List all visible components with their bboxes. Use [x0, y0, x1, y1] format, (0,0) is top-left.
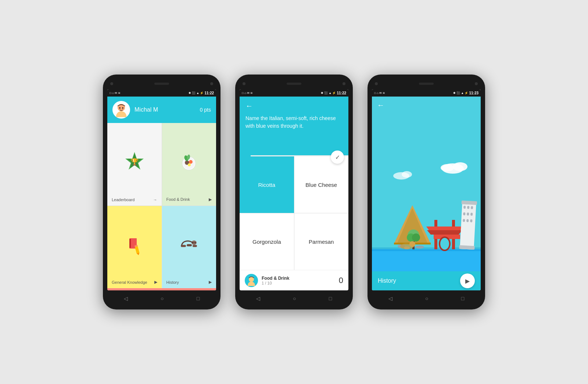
svg-rect-35: [372, 249, 481, 271]
status-icons-left-2: □ ⌂ ✉ ≋: [242, 91, 253, 95]
home-nav[interactable]: ○: [161, 296, 164, 301]
speaker-3: [419, 83, 434, 85]
general-knowledge-label-row: General Knowledge ▶: [112, 280, 157, 285]
play-button[interactable]: ▶: [460, 273, 475, 288]
front-camera-3: [243, 82, 245, 85]
status-bar-2: □ ⌂ ✉ ≋ ✱ ⬛ ▲ ⚡ 11:22: [240, 89, 348, 97]
history-scene: ←: [372, 97, 481, 271]
svg-rect-22: [187, 244, 192, 246]
front-camera-6: [475, 82, 478, 85]
leaderboard-label: Leaderboard: [112, 198, 135, 202]
leaderboard-label-row: Leaderboard →: [112, 198, 157, 202]
food-drink-label: Food & Drink: [166, 197, 190, 202]
back-nav[interactable]: ◁: [124, 296, 128, 301]
front-camera-2: [210, 82, 213, 85]
answer-gorgonzola[interactable]: Gorgonzola: [240, 213, 294, 270]
footer-info: Food & Drink 1 / 10: [262, 276, 335, 285]
back-nav-2[interactable]: ◁: [256, 296, 260, 301]
svg-point-67: [409, 241, 415, 247]
front-camera-4: [343, 82, 345, 85]
speaker: [154, 83, 169, 85]
svg-rect-23: [193, 245, 197, 247]
svg-point-34: [402, 171, 412, 178]
phone-1-screen: □ ⌂ ✉ ≋ ✱ ⬛ ▲ ⚡ 11:22 Michal M: [107, 89, 216, 290]
status-bar-1: □ ⌂ ✉ ≋ ✱ ⬛ ▲ ⚡ 11:22: [107, 89, 216, 97]
svg-rect-58: [470, 219, 472, 222]
svg-point-4: [122, 107, 123, 109]
answer-grid: ✓ Ricotta Blue Cheese Gorgonzola Parmesa…: [240, 156, 348, 270]
status-icons-right-3: ✱ ⬛ ▲ ⚡ 11:23: [453, 91, 478, 95]
phone-1-top-bar: [107, 79, 216, 89]
svg-point-32: [441, 164, 454, 171]
leaderboard-cell[interactable]: 🏆 Leaderboard →: [107, 123, 162, 206]
footer-score: 0: [339, 276, 343, 285]
svg-rect-56: [463, 219, 465, 222]
answer-parmesan[interactable]: Parmesan: [294, 213, 349, 270]
status-icons-left-3: □ ⌂ ✉ ≋: [374, 91, 385, 95]
svg-marker-43: [427, 230, 462, 235]
home-nav-3[interactable]: ○: [425, 296, 428, 301]
svg-point-26: [194, 242, 196, 243]
general-knowledge-label: General Knowledge: [112, 280, 147, 285]
history-label: History: [166, 280, 179, 285]
phone-2-top-bar: [240, 79, 348, 89]
general-knowledge-cell[interactable]: General Knowledge ▶: [107, 206, 162, 289]
food-icon: [178, 129, 200, 196]
phone-2-nav: ◁ ○ □: [240, 290, 348, 305]
history-label-row: History ▶: [166, 280, 212, 285]
food-drink-label-row: Food & Drink ▶: [166, 197, 212, 202]
ricotta-label: Ricotta: [258, 182, 275, 188]
svg-rect-55: [470, 213, 473, 215]
status-bar-3: □ ⌂ ✉ ≋ ✱ ⬛ ▲ ⚡ 11:23: [372, 89, 481, 97]
footer-progress: 1 / 10: [262, 281, 335, 285]
trophy-icon: 🏆: [123, 129, 146, 196]
status-time-1: 11:22: [204, 91, 214, 95]
pencil-icon: [124, 212, 145, 279]
svg-rect-52: [471, 206, 473, 209]
home-nav-2[interactable]: ○: [293, 296, 296, 301]
footer-avatar: [245, 274, 258, 287]
back-arrow-3[interactable]: ←: [377, 101, 384, 109]
recents-nav-3[interactable]: □: [461, 296, 464, 301]
history-footer: History ▶: [372, 271, 481, 290]
front-camera: [110, 82, 113, 85]
svg-rect-57: [466, 219, 469, 222]
recents-nav[interactable]: □: [197, 296, 200, 301]
food-drink-cell[interactable]: Food & Drink ▶: [162, 123, 216, 206]
answer-blue-cheese[interactable]: Blue Cheese: [294, 156, 349, 213]
svg-marker-44: [426, 227, 463, 230]
svg-point-1: [116, 111, 126, 117]
history-footer-label: History: [378, 278, 460, 284]
svg-point-46: [440, 238, 449, 250]
phone-1: □ ⌂ ✉ ≋ ✱ ⬛ ▲ ⚡ 11:22 Michal M: [103, 75, 220, 309]
history-cell[interactable]: History ▶: [162, 206, 216, 289]
status-icons-right: ✱ ⬛ ▲ ⚡ 11:22: [189, 91, 214, 95]
status-icons-right-2: ✱ ⬛ ▲ ⚡ 11:22: [321, 91, 346, 95]
fossil-icon: [179, 212, 199, 279]
svg-point-65: [415, 246, 424, 249]
speaker-2: [287, 83, 301, 85]
back-nav-3[interactable]: ◁: [388, 296, 392, 301]
play-icon: ▶: [465, 278, 470, 285]
history-arrow: ▶: [209, 280, 212, 285]
svg-point-62: [412, 233, 420, 242]
status-time-3: 11:23: [469, 91, 478, 95]
user-header: Michal M 0 pts: [107, 97, 216, 123]
check-badge: ✓: [331, 151, 344, 164]
phone-3: □ ⌂ ✉ ≋ ✱ ⬛ ▲ ⚡ 11:23 ←: [368, 75, 485, 309]
svg-point-28: [248, 282, 255, 286]
phone-3-nav: ◁ ○ □: [372, 290, 481, 305]
avatar: [112, 101, 130, 119]
front-camera-5: [375, 82, 378, 85]
recents-nav-2[interactable]: □: [329, 296, 332, 301]
status-icons-left: □ ⌂ ✉ ≋: [110, 91, 121, 95]
phone-3-screen: □ ⌂ ✉ ≋ ✱ ⬛ ▲ ⚡ 11:23 ←: [372, 89, 481, 290]
footer-category: Food & Drink: [262, 276, 335, 281]
category-grid: 🏆 Leaderboard →: [107, 123, 216, 288]
svg-rect-54: [467, 213, 469, 215]
answer-ricotta[interactable]: Ricotta: [240, 156, 294, 213]
user-points: 0 pts: [200, 107, 211, 113]
back-arrow-2[interactable]: ←: [245, 102, 343, 110]
phone-2-screen: □ ⌂ ✉ ≋ ✱ ⬛ ▲ ⚡ 11:22 ← Name the Italian…: [240, 89, 348, 290]
svg-rect-17: [129, 239, 131, 248]
